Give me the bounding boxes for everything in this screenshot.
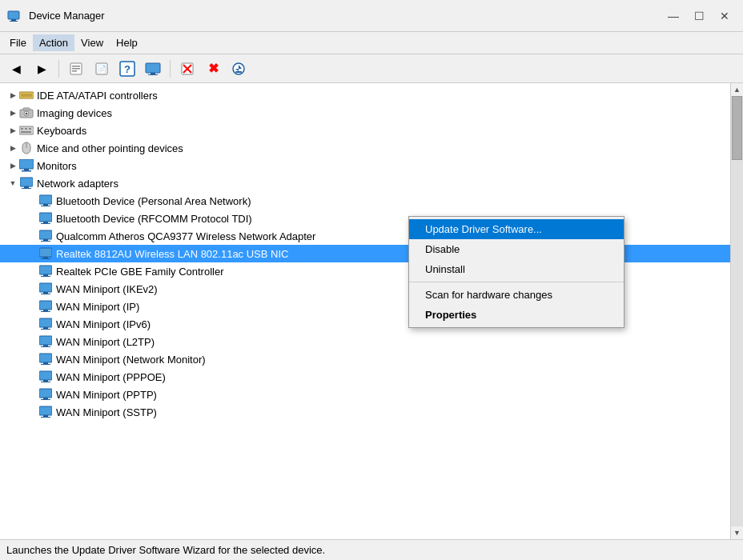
- scroll-track[interactable]: [731, 96, 743, 526]
- svg-rect-59: [41, 311, 50, 312]
- ctx-scan-label: Scan for hardware changes: [425, 289, 552, 301]
- minimize-button[interactable]: —: [661, 6, 685, 26]
- svg-rect-4: [72, 66, 80, 67]
- help-icon: ?: [119, 61, 135, 77]
- svg-rect-48: [39, 248, 52, 257]
- svg-rect-13: [148, 74, 158, 75]
- svg-rect-52: [43, 274, 48, 276]
- menu-file[interactable]: File: [3, 34, 33, 51]
- ctx-uninstall-label: Uninstall: [425, 263, 465, 275]
- svg-text:📄: 📄: [97, 64, 107, 74]
- tree-icon-qualcomm: [38, 230, 53, 242]
- scroll-up-arrow[interactable]: ▲: [731, 83, 744, 96]
- ctx-properties[interactable]: Properties: [409, 305, 624, 325]
- ctx-update-driver[interactable]: Update Driver Software...: [409, 219, 624, 239]
- svg-rect-39: [39, 195, 52, 204]
- toggle-spacer-wan-ikev2: [26, 282, 38, 295]
- svg-rect-12: [151, 73, 155, 74]
- toggle-spacer-wan-netmon: [26, 353, 38, 366]
- tree-label-keyboards: Keyboards: [37, 125, 86, 137]
- tree-icon-wan-pppoe: [38, 370, 53, 383]
- toggle-spacer-wan-ip: [26, 300, 38, 313]
- ctx-disable[interactable]: Disable: [409, 239, 624, 259]
- svg-rect-29: [29, 128, 31, 130]
- menu-help[interactable]: Help: [110, 34, 144, 51]
- uninstall-icon: [180, 62, 195, 76]
- ctx-uninstall[interactable]: Uninstall: [409, 259, 624, 279]
- title-bar: Device Manager — ☐ ✕: [0, 0, 743, 32]
- toggle-network-adapters[interactable]: ▼: [6, 177, 19, 190]
- display-summary-icon: [145, 62, 161, 76]
- svg-rect-2: [10, 21, 18, 22]
- toggle-imaging[interactable]: ▶: [6, 106, 19, 119]
- toolbar-separator-1: [58, 60, 59, 78]
- svg-rect-62: [41, 329, 50, 330]
- toggle-mice[interactable]: ▶: [6, 142, 19, 154]
- svg-rect-5: [72, 68, 80, 70]
- toggle-spacer-wan-pptp: [26, 388, 38, 401]
- tree-item-imaging[interactable]: ▶Imaging devices: [0, 104, 730, 122]
- tree-icon-keyboards: [19, 124, 34, 137]
- uninstall-toolbar-button[interactable]: [176, 58, 199, 79]
- svg-rect-27: [21, 128, 23, 130]
- svg-rect-33: [19, 159, 34, 169]
- display-summary-button[interactable]: [142, 58, 164, 79]
- tree-item-network-adapters[interactable]: ▼Network adapters: [0, 174, 730, 192]
- tree-item-mice[interactable]: ▶Mice and other pointing devices: [0, 139, 730, 157]
- svg-rect-21: [21, 94, 32, 97]
- svg-rect-26: [19, 126, 34, 134]
- toggle-ide-ata[interactable]: ▶: [6, 89, 19, 102]
- tree-label-wan-sstp: WAN Miniport (SSTP): [56, 406, 157, 418]
- help-toolbar-button[interactable]: ?: [116, 58, 139, 79]
- svg-rect-37: [24, 186, 29, 188]
- svg-rect-71: [41, 382, 50, 382]
- tree-label-wan-ipv6: WAN Miniport (IPv6): [56, 318, 151, 330]
- svg-rect-49: [43, 257, 48, 258]
- svg-rect-45: [39, 230, 52, 239]
- svg-rect-43: [43, 222, 48, 223]
- tree-item-monitors[interactable]: ▶Monitors: [0, 157, 730, 174]
- toggle-spacer-wan-ipv6: [26, 318, 38, 330]
- update-driver-icon: 📄: [94, 62, 109, 76]
- tree-label-qualcomm: Qualcomm Atheros QCA9377 Wireless Networ…: [56, 230, 315, 242]
- svg-rect-28: [25, 128, 27, 130]
- tree-icon-realtek-8812: [38, 247, 53, 260]
- properties-toolbar-button[interactable]: [65, 58, 87, 79]
- toggle-keyboards[interactable]: ▶: [6, 124, 19, 137]
- remove-button[interactable]: ✖: [202, 58, 224, 79]
- back-button[interactable]: ◀: [5, 58, 27, 79]
- back-icon: ◀: [12, 62, 21, 75]
- update-driver-toolbar-button[interactable]: 📄: [90, 58, 113, 79]
- toggle-spacer-bt-pan: [26, 194, 38, 207]
- scrollbar[interactable]: ▲ ▼: [730, 83, 743, 539]
- ctx-scan[interactable]: Scan for hardware changes: [409, 285, 624, 305]
- maximize-button[interactable]: ☐: [687, 6, 711, 26]
- menu-action[interactable]: Action: [33, 34, 74, 51]
- tree-item-wan-pptp[interactable]: WAN Miniport (PPTP): [0, 386, 730, 403]
- tree-label-bt-pan: Bluetooth Device (Personal Area Network): [56, 195, 251, 207]
- svg-rect-70: [43, 380, 48, 382]
- svg-rect-66: [39, 354, 52, 362]
- menu-view[interactable]: View: [74, 34, 110, 51]
- forward-icon: ▶: [38, 62, 46, 75]
- tree-icon-wan-ipv6: [38, 318, 53, 330]
- scroll-thumb[interactable]: [732, 96, 742, 160]
- svg-rect-67: [43, 362, 48, 364]
- tree-item-wan-sstp[interactable]: WAN Miniport (SSTP): [0, 403, 730, 421]
- ctx-properties-label: Properties: [425, 309, 476, 321]
- tree-item-wan-l2tp[interactable]: WAN Miniport (L2TP): [0, 333, 730, 350]
- toggle-monitors[interactable]: ▶: [6, 159, 19, 172]
- tree-item-wan-pppoe[interactable]: WAN Miniport (PPPOE): [0, 368, 730, 386]
- toolbar-separator-2: [170, 60, 171, 78]
- tree-item-bt-pan[interactable]: Bluetooth Device (Personal Area Network): [0, 192, 730, 210]
- scan-hardware-button[interactable]: [227, 58, 250, 79]
- scroll-down-arrow[interactable]: ▼: [731, 526, 744, 539]
- svg-rect-47: [41, 241, 50, 242]
- svg-rect-35: [22, 170, 31, 172]
- tree-item-wan-netmon[interactable]: WAN Miniport (Network Monitor): [0, 350, 730, 368]
- main-area: ▶IDE ATA/ATAPI controllers▶Imaging devic…: [0, 83, 743, 539]
- tree-item-keyboards[interactable]: ▶Keyboards: [0, 122, 730, 139]
- close-button[interactable]: ✕: [713, 6, 737, 26]
- tree-item-ide-ata[interactable]: ▶IDE ATA/ATAPI controllers: [0, 86, 730, 104]
- forward-button[interactable]: ▶: [30, 58, 53, 79]
